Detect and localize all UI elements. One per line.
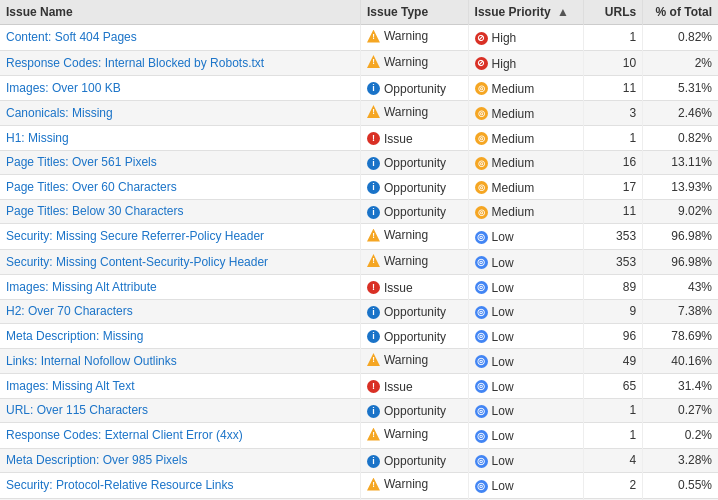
cell-issue-name[interactable]: Meta Description: Over 985 Pixels (0, 448, 360, 473)
priority-low-icon: ◎ (475, 281, 488, 294)
cell-issue-name[interactable]: Links: Internal Nofollow Outlinks (0, 348, 360, 374)
cell-issue-priority: ⊘ High (468, 25, 583, 51)
col-header-priority-label: Issue Priority (475, 5, 551, 19)
table-row[interactable]: Security: Protocol-Relative Resource Lin… (0, 473, 718, 499)
cell-issue-name[interactable]: URL: Over 115 Characters (0, 398, 360, 423)
table-row[interactable]: Images: Over 100 KB i Opportunity ◎ Medi… (0, 76, 718, 101)
cell-issue-name[interactable]: Meta Description: Missing (0, 324, 360, 349)
cell-issue-name[interactable]: Response Codes: External Client Error (4… (0, 423, 360, 449)
cell-pct: 2.46% (643, 100, 718, 126)
table-row[interactable]: Response Codes: External Client Error (4… (0, 423, 718, 449)
issue-priority-label: Low (492, 230, 514, 244)
col-header-pct[interactable]: % of Total (643, 0, 718, 25)
issue-name-text: Meta Description: Missing (6, 329, 143, 343)
cell-issue-name[interactable]: Canonicals: Missing (0, 100, 360, 126)
cell-issue-name[interactable]: Security: Protocol-Relative Resource Lin… (0, 473, 360, 499)
cell-issue-name[interactable]: Images: Missing Alt Text (0, 374, 360, 399)
table-row[interactable]: H1: Missing ! Issue ◎ Medium 1 0.82% (0, 126, 718, 151)
issue-type-badge: Warning (367, 254, 428, 268)
table-row[interactable]: Images: Missing Alt Text ! Issue ◎ Low 6… (0, 374, 718, 399)
col-header-name[interactable]: Issue Name (0, 0, 360, 25)
table-row[interactable]: URL: Over 115 Characters i Opportunity ◎… (0, 398, 718, 423)
col-header-urls[interactable]: URLs (583, 0, 642, 25)
table-row[interactable]: Security: Missing Secure Referrer-Policy… (0, 224, 718, 250)
opportunity-icon: i (367, 306, 380, 319)
issue-name-text: Security: Missing Secure Referrer-Policy… (6, 229, 264, 243)
cell-issue-priority: ◎ Low (468, 224, 583, 250)
table-row[interactable]: Page Titles: Below 30 Characters i Oppor… (0, 199, 718, 224)
table-row[interactable]: Links: Internal Nofollow Outlinks Warnin… (0, 348, 718, 374)
cell-issue-name[interactable]: Page Titles: Over 561 Pixels (0, 150, 360, 175)
urls-value: 1 (629, 131, 636, 145)
issue-type-label: Warning (384, 29, 428, 43)
table-row[interactable]: Response Codes: Internal Blocked by Robo… (0, 50, 718, 76)
cell-urls: 3 (583, 100, 642, 126)
cell-issue-priority: ◎ Medium (468, 199, 583, 224)
issue-type-badge: i Opportunity (367, 181, 446, 195)
pct-value: 13.11% (671, 155, 712, 169)
cell-issue-type: Warning (360, 249, 468, 275)
priority-low-icon: ◎ (475, 430, 488, 443)
table-row[interactable]: H2: Over 70 Characters i Opportunity ◎ L… (0, 299, 718, 324)
issue-priority-label: Medium (492, 156, 535, 170)
cell-issue-priority: ◎ Low (468, 348, 583, 374)
priority-medium-icon: ◎ (475, 82, 488, 95)
issue-type-label: Opportunity (384, 305, 446, 319)
issue-type-label: Warning (384, 105, 428, 119)
issue-name-text: Response Codes: External Client Error (4… (6, 428, 243, 442)
warning-icon (367, 105, 380, 118)
col-header-type[interactable]: Issue Type (360, 0, 468, 25)
urls-value: 11 (623, 81, 636, 95)
warning-icon (367, 55, 380, 68)
issue-type-badge: i Opportunity (367, 82, 446, 96)
table-row[interactable]: Page Titles: Over 561 Pixels i Opportuni… (0, 150, 718, 175)
table-row[interactable]: Meta Description: Missing i Opportunity … (0, 324, 718, 349)
priority-low-icon: ◎ (475, 455, 488, 468)
cell-issue-priority: ◎ Medium (468, 175, 583, 200)
issue-priority-badge: ◎ Low (475, 281, 514, 295)
issue-priority-badge: ◎ Medium (475, 132, 535, 146)
issue-name-text: Response Codes: Internal Blocked by Robo… (6, 56, 264, 70)
cell-issue-name[interactable]: Images: Over 100 KB (0, 76, 360, 101)
table-row[interactable]: Content: Soft 404 Pages Warning ⊘ High 1… (0, 25, 718, 51)
table-row[interactable]: Images: Missing Alt Attribute ! Issue ◎ … (0, 275, 718, 300)
urls-value: 353 (616, 229, 636, 243)
issue-name-text: Images: Missing Alt Attribute (6, 280, 157, 294)
cell-issue-name[interactable]: Content: Soft 404 Pages (0, 25, 360, 51)
issue-name-text: Images: Over 100 KB (6, 81, 121, 95)
table-row[interactable]: Canonicals: Missing Warning ◎ Medium 3 2… (0, 100, 718, 126)
urls-value: 1 (629, 30, 636, 44)
cell-issue-name[interactable]: Page Titles: Below 30 Characters (0, 199, 360, 224)
cell-issue-name[interactable]: Response Codes: Internal Blocked by Robo… (0, 50, 360, 76)
issue-type-badge: Warning (367, 228, 428, 242)
urls-value: 10 (623, 56, 636, 70)
table-row[interactable]: Page Titles: Over 60 Characters i Opport… (0, 175, 718, 200)
issue-priority-label: Medium (492, 132, 535, 146)
cell-issue-name[interactable]: H2: Over 70 Characters (0, 299, 360, 324)
cell-pct: 3.28% (643, 448, 718, 473)
issue-type-label: Opportunity (384, 181, 446, 195)
issue-type-label: Opportunity (384, 205, 446, 219)
cell-pct: 13.11% (643, 150, 718, 175)
cell-issue-name[interactable]: Security: Missing Secure Referrer-Policy… (0, 224, 360, 250)
cell-issue-name[interactable]: Page Titles: Over 60 Characters (0, 175, 360, 200)
cell-issue-type: ! Issue (360, 374, 468, 399)
cell-issue-name[interactable]: H1: Missing (0, 126, 360, 151)
cell-pct: 0.27% (643, 398, 718, 423)
cell-pct: 2% (643, 50, 718, 76)
col-header-priority[interactable]: Issue Priority ▲ (468, 0, 583, 25)
cell-issue-type: i Opportunity (360, 324, 468, 349)
cell-issue-name[interactable]: Security: Missing Content-Security-Polic… (0, 249, 360, 275)
issue-name-text: URL: Over 115 Characters (6, 403, 148, 417)
urls-value: 16 (623, 155, 636, 169)
cell-issue-name[interactable]: Images: Missing Alt Attribute (0, 275, 360, 300)
priority-low-icon: ◎ (475, 380, 488, 393)
warning-icon (367, 30, 380, 43)
table-row[interactable]: Meta Description: Over 985 Pixels i Oppo… (0, 448, 718, 473)
issue-priority-badge: ◎ Medium (475, 205, 535, 219)
cell-pct: 78.69% (643, 324, 718, 349)
cell-urls: 49 (583, 348, 642, 374)
table-row[interactable]: Security: Missing Content-Security-Polic… (0, 249, 718, 275)
issue-priority-badge: ◎ Low (475, 429, 514, 443)
issue-type-label: Opportunity (384, 330, 446, 344)
